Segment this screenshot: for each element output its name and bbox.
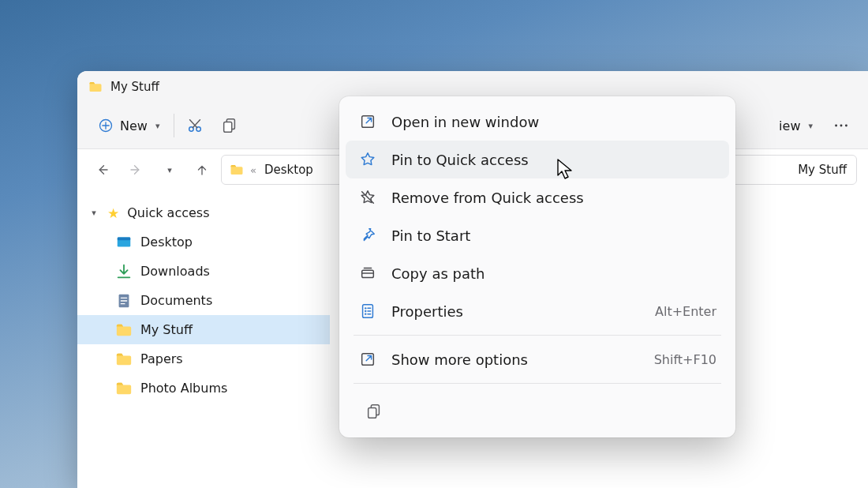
breadcrumb-mystuff[interactable]: My Stuff [796, 163, 848, 177]
show-more-icon [358, 350, 377, 369]
desktop-icon [115, 234, 133, 251]
chevron-down-icon: ▾ [808, 121, 813, 131]
sidebar-item-quick-access[interactable]: ▾ ★ Quick access [77, 198, 330, 227]
downloads-icon [115, 263, 133, 280]
separator [174, 114, 174, 137]
svg-point-7 [845, 125, 847, 127]
chevron-down-icon: ▾ [155, 121, 160, 131]
ctx-action-strip [346, 389, 729, 431]
svg-point-5 [835, 125, 837, 127]
breadcrumb-sep: « [250, 164, 256, 176]
pin-icon [358, 226, 377, 245]
folder-icon [115, 351, 133, 368]
unpin-star-icon [358, 188, 377, 207]
svg-point-14 [365, 307, 366, 309]
star-icon: ★ [107, 205, 119, 221]
properties-icon [358, 302, 377, 321]
svg-rect-4 [224, 122, 232, 132]
ctx-properties[interactable]: Properties Alt+Enter [346, 292, 729, 330]
svg-rect-19 [369, 407, 376, 418]
ctx-pin-quick-access[interactable]: Pin to Quick access [346, 141, 729, 178]
ctx-label: Remove from Quick access [391, 190, 716, 206]
ctx-accelerator: Shift+F10 [654, 352, 716, 367]
sidebar-item-desktop[interactable]: Desktop [77, 227, 330, 257]
more-button[interactable] [825, 111, 857, 141]
recent-dropdown[interactable]: ▾ [155, 156, 183, 184]
ctx-remove-quick-access[interactable]: Remove from Quick access [346, 178, 729, 216]
ctx-label: Show more options [391, 351, 640, 368]
copy-path-icon [358, 264, 377, 283]
forward-button[interactable] [122, 156, 150, 184]
sidebar-item-label: Desktop [140, 235, 193, 250]
view-button[interactable]: iew ▾ [769, 114, 822, 138]
ctx-accelerator: Alt+Enter [655, 304, 716, 319]
svg-rect-9 [118, 237, 131, 240]
window-title: My Stuff [110, 80, 159, 94]
copy-button[interactable] [358, 396, 390, 426]
sidebar-item-mystuff[interactable]: My Stuff [77, 315, 330, 344]
ctx-label: Pin to Start [391, 227, 716, 244]
svg-point-16 [365, 313, 366, 314]
cut-button[interactable] [179, 111, 211, 141]
ctx-show-more[interactable]: Show more options Shift+F10 [346, 340, 729, 378]
ctx-open-new-window[interactable]: Open in new window [346, 103, 729, 141]
folder-icon [88, 80, 103, 94]
up-button[interactable] [188, 156, 216, 184]
ctx-copy-path[interactable]: Copy as path [346, 254, 729, 292]
sidebar-item-label: Quick access [127, 205, 209, 220]
sidebar-item-photo-albums[interactable]: Photo Albums [77, 374, 330, 403]
ctx-pin-start[interactable]: Pin to Start [346, 216, 729, 254]
svg-point-6 [840, 125, 843, 127]
sidebar-item-documents[interactable]: Documents [77, 286, 330, 315]
separator [354, 335, 721, 336]
sidebar-item-label: My Stuff [140, 322, 193, 337]
sidebar: ▾ ★ Quick access Desktop Downloads [77, 190, 330, 488]
open-new-window-icon [358, 112, 377, 131]
sidebar-item-label: Documents [140, 293, 212, 308]
sidebar-item-papers[interactable]: Papers [77, 344, 330, 374]
sidebar-item-label: Downloads [140, 264, 210, 279]
folder-icon [115, 380, 133, 397]
folder-icon [230, 163, 244, 177]
svg-rect-12 [362, 270, 374, 277]
ctx-label: Properties [391, 303, 641, 320]
folder-icon [115, 321, 133, 339]
chevron-down-icon: ▾ [88, 208, 99, 218]
ctx-label: Open in new window [391, 114, 716, 130]
documents-icon [115, 292, 133, 310]
sidebar-item-label: Photo Albums [140, 381, 227, 396]
ctx-label: Copy as path [391, 265, 716, 282]
new-button[interactable]: New ▾ [88, 113, 169, 138]
context-menu: Open in new window Pin to Quick access R… [339, 96, 735, 437]
sidebar-item-downloads[interactable]: Downloads [77, 257, 330, 286]
back-button[interactable] [88, 156, 117, 184]
sidebar-item-label: Papers [140, 351, 183, 366]
pin-star-icon [358, 150, 377, 169]
separator [354, 383, 721, 384]
new-button-label: New [120, 118, 148, 133]
view-button-label: iew [779, 118, 800, 133]
ctx-label: Pin to Quick access [391, 152, 716, 168]
breadcrumb-desktop[interactable]: Desktop [263, 163, 315, 177]
svg-point-15 [365, 310, 366, 312]
copy-button[interactable] [214, 111, 245, 141]
